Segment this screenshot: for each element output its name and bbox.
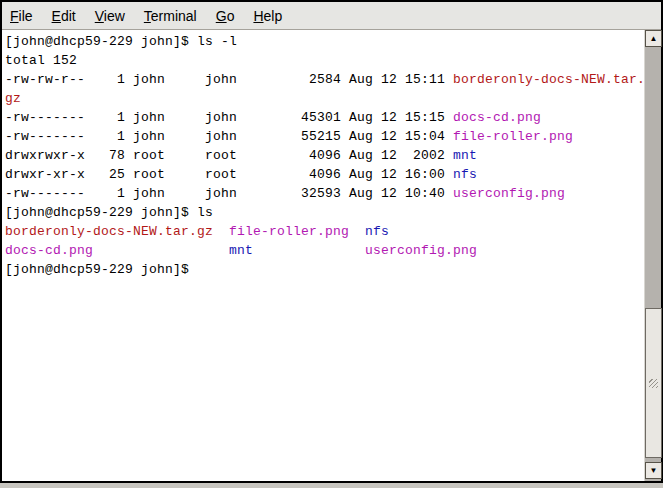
terminal-line: borderonly-docs-NEW.tar.gz file-roller.p… [5,224,389,239]
terminal-line: -rw-rw-r-- 1 john john 2584 Aug 12 15:11… [5,72,644,87]
thumb-grip-icon [649,379,658,388]
terminal-text-segment [93,243,229,258]
terminal-line: gz [5,91,21,106]
terminal-text-segment: gz [5,91,21,106]
scrollbar-track[interactable]: ▲ ▼ [644,30,661,481]
menu-item-help[interactable]: Help [246,4,289,28]
terminal-line: [john@dhcp59-229 john]$ [5,262,197,277]
terminal-text-segment: drwxrwxr-x 78 root root 4096 Aug 12 2002 [5,148,453,163]
terminal-text-segment: file-roller.png [453,129,573,144]
terminal-line: -rw------- 1 john john 32593 Aug 12 10:4… [5,186,565,201]
terminal-text-segment: borderonly-docs-NEW.tar.gz [5,224,213,239]
terminal-line: docs-cd.png mnt userconfig.png [5,243,477,258]
terminal-text-segment: nfs [365,224,389,239]
terminal-text-segment: mnt [229,243,253,258]
arrow-up-icon: ▲ [650,34,658,43]
terminal-text-segment [349,224,365,239]
terminal-text-segment: -rw------- 1 john john 55215 Aug 12 15:0… [5,129,453,144]
terminal-text-segment: total 152 [5,53,77,68]
terminal-line: total 152 [5,53,77,68]
terminal-text-segment: drwxr-xr-x 25 root root 4096 Aug 12 16:0… [5,167,453,182]
terminal-text-segment: [john@dhcp59-229 john]$ ls [5,205,213,220]
terminal-text-segment: [john@dhcp59-229 john]$ [5,262,197,277]
terminal-line: drwxr-xr-x 25 root root 4096 Aug 12 16:0… [5,167,477,182]
terminal-text-segment: -rw------- 1 john john 45301 Aug 12 15:1… [5,110,453,125]
terminal-window: FileEditViewTerminalGoHelp [john@dhcp59-… [0,0,663,483]
terminal-text-segment [253,243,365,258]
terminal-text-segment: mnt [453,148,477,163]
terminal-line: [john@dhcp59-229 john]$ ls -l [5,34,237,49]
terminal-text-segment: userconfig.png [453,186,565,201]
scroll-up-button[interactable]: ▲ [645,30,662,47]
terminal-text-segment: borderonly-docs-NEW.tar. [453,72,644,87]
terminal-text-segment: userconfig.png [365,243,477,258]
menu-bar: FileEditViewTerminalGoHelp [2,2,661,30]
menu-item-terminal[interactable]: Terminal [137,4,204,28]
terminal-text-segment: -rw-rw-r-- 1 john john 2584 Aug 12 15:11 [5,72,453,87]
window-content: [john@dhcp59-229 john]$ ls -l total 152 … [2,30,661,481]
menu-item-view[interactable]: View [88,4,132,28]
terminal-line: -rw------- 1 john john 55215 Aug 12 15:0… [5,129,573,144]
terminal-text-segment: docs-cd.png [453,110,541,125]
terminal-line: [john@dhcp59-229 john]$ ls [5,205,213,220]
arrow-down-icon: ▼ [650,466,658,475]
scroll-down-button[interactable]: ▼ [645,462,662,479]
menu-item-go[interactable]: Go [209,4,242,28]
scrollbar-thumb[interactable] [645,308,662,458]
terminal-text-segment: -rw------- 1 john john 32593 Aug 12 10:4… [5,186,453,201]
terminal-line: drwxrwxr-x 78 root root 4096 Aug 12 2002… [5,148,477,163]
terminal-line: -rw------- 1 john john 45301 Aug 12 15:1… [5,110,541,125]
menu-item-file[interactable]: File [3,4,40,28]
terminal-text-segment [213,224,229,239]
terminal-text-segment: docs-cd.png [5,243,93,258]
terminal-output[interactable]: [john@dhcp59-229 john]$ ls -l total 152 … [2,30,644,481]
terminal-text-segment: nfs [453,167,477,182]
menu-item-edit[interactable]: Edit [45,4,83,28]
terminal-text-segment: [john@dhcp59-229 john]$ ls -l [5,34,237,49]
terminal-text-segment: file-roller.png [229,224,349,239]
